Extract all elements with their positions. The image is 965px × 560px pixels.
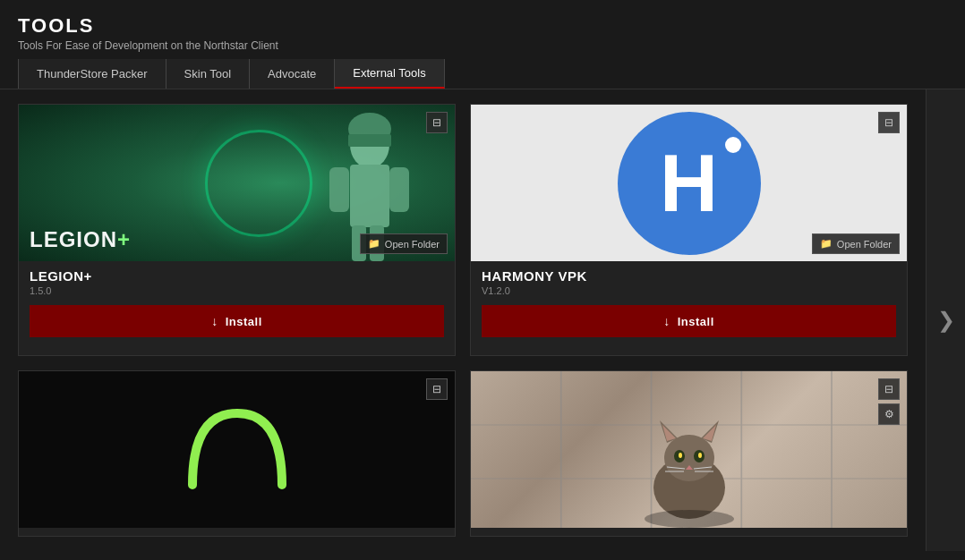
down-arrow-icon-2: ↓ <box>663 314 670 328</box>
folder-icon: 📁 <box>368 238 380 250</box>
card-image-legion: LEGION+ ⊟ 📁 Open Folder <box>19 105 455 261</box>
harmony-info-button[interactable]: ⊟ <box>878 112 900 133</box>
card-legion-plus: LEGION+ ⊟ 📁 Open Folder LEGION+ 1.5.0 ↓ … <box>18 104 456 356</box>
harmony-install-button[interactable]: ↓ Install <box>482 305 896 337</box>
legion-open-folder-button[interactable]: 📁 Open Folder <box>360 233 448 254</box>
main-content: LEGION+ ⊟ 📁 Open Folder LEGION+ 1.5.0 ↓ … <box>0 89 965 551</box>
harmony-title: HARMONY VPK <box>482 268 896 284</box>
harmony-version: V1.2.0 <box>482 285 896 296</box>
page-title: TOOLS <box>18 14 947 38</box>
tab-bar: ThunderStore Packer Skin Tool Advocate E… <box>0 59 965 89</box>
legion-version: 1.5.0 <box>30 285 444 296</box>
tab-advocate[interactable]: Advocate <box>250 59 335 89</box>
tab-thunderstore-packer[interactable]: ThunderStore Packer <box>18 59 167 89</box>
folder-icon-2: 📁 <box>820 238 833 250</box>
svg-rect-1 <box>350 165 389 227</box>
legion-title: LEGION+ <box>30 268 444 284</box>
card-harmony-vpk: H ⊟ 📁 Open Folder HARMONY VPK V1.2.0 ↓ I… <box>470 104 908 356</box>
tab-external-tools[interactable]: External Tools <box>335 59 444 89</box>
cat-info-button[interactable]: ⊟ <box>878 378 900 400</box>
harmony-logo-dot <box>725 137 741 153</box>
svg-point-15 <box>664 435 714 481</box>
tab-skin-tool[interactable]: Skin Tool <box>167 59 251 89</box>
card-image-harmony: H ⊟ 📁 Open Folder <box>471 105 907 261</box>
card-cat: ⊟ ⚙ <box>470 370 908 538</box>
svg-rect-2 <box>329 167 349 212</box>
harmony-card-body: HARMONY VPK V1.2.0 <box>471 261 907 301</box>
chevron-right-icon: ❯ <box>937 308 955 333</box>
cat-settings-button[interactable]: ⚙ <box>878 403 900 425</box>
header: TOOLS Tools For Ease of Development on t… <box>0 0 965 59</box>
page-subtitle: Tools For Ease of Development on the Nor… <box>18 39 947 52</box>
legion-card-body: LEGION+ 1.5.0 <box>19 261 455 301</box>
card-image-cat: ⊟ ⚙ <box>471 371 907 528</box>
legion-install-button[interactable]: ↓ Install <box>30 305 444 337</box>
arch-svg <box>184 404 291 494</box>
harmony-logo-letter: H <box>660 143 718 224</box>
scroll-right-arrow[interactable]: ❯ <box>926 89 965 551</box>
cards-grid: LEGION+ ⊟ 📁 Open Folder LEGION+ 1.5.0 ↓ … <box>0 89 926 551</box>
svg-point-22 <box>679 453 682 458</box>
down-arrow-icon: ↓ <box>211 314 218 328</box>
card-image-arch: ⊟ <box>19 371 455 528</box>
arch-info-button[interactable]: ⊟ <box>426 378 448 400</box>
card-arch: ⊟ <box>18 370 456 538</box>
svg-rect-3 <box>389 167 409 212</box>
harmony-open-folder-button[interactable]: 📁 Open Folder <box>812 233 900 254</box>
svg-rect-7 <box>348 134 391 147</box>
legion-info-button[interactable]: ⊟ <box>426 112 448 133</box>
svg-point-23 <box>698 453 702 458</box>
